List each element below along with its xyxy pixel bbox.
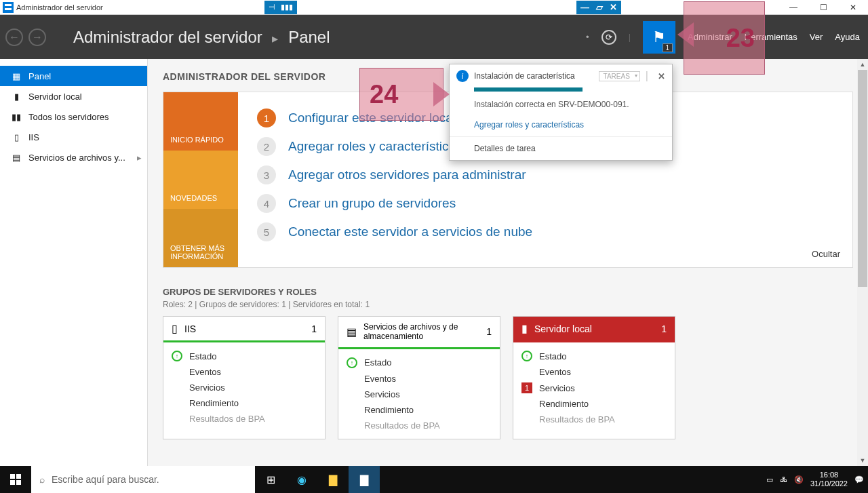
step-link[interactable]: Agregar roles y características [288,139,462,154]
tile-row-label[interactable]: Rendimiento [364,405,414,415]
step-4[interactable]: 4Crear un grupo de servidores [257,194,833,213]
svg-rect-2 [5,8,12,10]
notification-title: Instalación de característica [474,71,593,81]
tray-network-icon[interactable]: 🖧 [780,475,787,484]
close-button[interactable]: ✕ [838,0,868,15]
iis-icon: ▯ [172,322,178,335]
notification-details-link[interactable]: Detalles de tarea [450,136,672,160]
step-link[interactable]: Agregar otros servidores para administra… [288,167,526,182]
notification-popup: i Instalación de característica TAREAS |… [449,64,673,161]
tile-count: 1 [311,323,317,334]
tray-notifications-icon[interactable]: 💬 [854,475,864,484]
storage-icon: ▤ [11,153,22,163]
tile-row-label[interactable]: Servicios [364,389,400,399]
search-icon: ⌕ [39,474,45,485]
tile-row-label[interactable]: Resultados de BPA [539,414,615,425]
taskbar-app-edge[interactable]: ◉ [286,466,317,493]
inner-window-controls[interactable]: — ▱ ✕ [576,1,621,14]
refresh-button[interactable]: ⟳ [601,30,616,45]
windows-taskbar: ⌕ Escribe aquí para buscar. ⊞ ◉ ▇ ▇ ▭ 🖧 … [0,466,868,493]
tray-time: 16:08 [810,471,848,479]
step-3[interactable]: 3Agregar otros servidores para administr… [257,165,833,184]
taskbar-app-server-manager[interactable]: ▇ [349,466,380,493]
tile-row-label[interactable]: Servicios [189,382,225,393]
groups-section-title: GRUPOS DE SERVIDORES Y ROLES [163,287,853,297]
vertical-scrollbar[interactable]: ▲ ▼ [857,59,868,466]
tray-clock[interactable]: 16:08 31/10/2022 [810,471,848,488]
breadcrumb-root[interactable]: Administrador del servidor [73,28,262,46]
sidebar-item-file-services[interactable]: ▤ Servicios de archivos y... ▸ [0,147,147,167]
svg-rect-0 [3,2,14,13]
svg-rect-4 [16,474,21,479]
sidebar-item-local-server[interactable]: ▮ Servidor local [0,86,147,106]
scrollbar-thumb[interactable] [858,70,867,287]
notification-close-button[interactable]: ✕ [658,71,665,81]
nav-forward-button[interactable]: → [28,28,46,46]
windows-icon [10,474,21,485]
nav-back-button[interactable]: ← [5,28,23,46]
inner-maximize-icon[interactable]: ▱ [596,2,603,12]
step-link[interactable]: Conectar este servidor a servicios de nu… [288,224,532,239]
chevron-right-icon: ▸ [137,153,142,163]
tile-row-label[interactable]: Eventos [539,367,571,377]
tile-row-label[interactable]: Estado [364,357,391,368]
server-icon: ▮ [11,92,22,102]
taskbar-app-explorer[interactable]: ▇ [317,466,349,493]
separator: | [629,32,631,42]
start-button[interactable] [0,466,31,493]
role-tiles: ▯IIS1 ↑Estado Eventos Servicios Rendimie… [163,316,853,439]
tray-display-icon[interactable]: ▭ [766,475,773,484]
tray-volume-icon[interactable]: 🔇 [794,475,804,484]
hide-link[interactable]: Ocultar [812,249,840,259]
status-up-icon: ↑ [347,357,357,368]
tab-inicio-rapido[interactable]: INICIO RÁPIDO [163,92,238,151]
step-link[interactable]: Crear un grupo de servidores [288,196,456,211]
inner-minimize-icon[interactable]: — [580,2,589,12]
dashboard-icon: ▦ [11,71,22,81]
maximize-button[interactable]: ☐ [808,0,838,15]
alert-badge: 1 [521,382,532,393]
tile-row-label[interactable]: Rendimiento [189,398,239,408]
tasks-dropdown[interactable]: TAREAS [599,71,640,81]
tile-local-server[interactable]: ▮Servidor local1 ↑Estado Eventos 1Servic… [513,316,675,439]
servers-icon: ▮▮ [11,112,22,122]
tile-count: 1 [486,326,492,337]
tile-row-label[interactable]: Resultados de BPA [364,420,440,431]
tile-row-label[interactable]: Eventos [364,374,396,384]
dropdown-caret-icon[interactable]: • [586,32,589,42]
step-number: 5 [257,222,276,241]
scroll-down-icon[interactable]: ▼ [857,455,868,466]
chevron-right-icon: ▸ [272,32,278,45]
tile-iis[interactable]: ▯IIS1 ↑Estado Eventos Servicios Rendimie… [163,316,326,439]
annotation-23: 23 [684,1,765,75]
progress-bar [474,87,583,92]
sidebar-item-iis[interactable]: ▯ IIS [0,127,147,147]
taskbar-search[interactable]: ⌕ Escribe aquí para buscar. [31,466,255,493]
tile-row-label[interactable]: Eventos [189,367,221,377]
scroll-up-icon[interactable]: ▲ [857,59,868,70]
minimize-button[interactable]: — [778,0,808,15]
step-5[interactable]: 5Conectar este servidor a servicios de n… [257,222,833,241]
svg-rect-6 [16,480,21,485]
tile-row-label[interactable]: Estado [189,351,216,361]
tile-title: Servidor local [534,323,654,334]
menu-ayuda[interactable]: Ayuda [835,32,860,42]
task-view-button[interactable]: ⊞ [255,466,286,493]
tile-row-label[interactable]: Rendimiento [539,399,589,409]
breadcrumb: Administrador del servidor ▸ Panel [73,28,330,47]
status-up-icon: ↑ [172,351,182,361]
sidebar-item-all-servers[interactable]: ▮▮ Todos los servidores [0,106,147,127]
inner-close-icon[interactable]: ✕ [610,2,617,12]
menu-ver[interactable]: Ver [810,32,823,42]
tile-title: IIS [184,323,304,334]
tile-row-label[interactable]: Resultados de BPA [189,414,265,424]
tab-novedades[interactable]: NOVEDADES [163,151,238,209]
breadcrumb-current: Panel [288,28,330,46]
tab-obtener-mas[interactable]: OBTENER MÁS INFORMACIÓN [163,209,238,267]
iis-icon: ▯ [11,132,22,142]
tile-row-label[interactable]: Estado [539,351,566,361]
tile-file-services[interactable]: ▤Servicios de archivos y de almacenamien… [338,316,500,439]
tile-row-label[interactable]: Servicios [539,383,575,393]
sidebar-item-panel[interactable]: ▦ Panel [0,66,147,86]
notification-action-link[interactable]: Agregar roles y características [450,113,672,136]
